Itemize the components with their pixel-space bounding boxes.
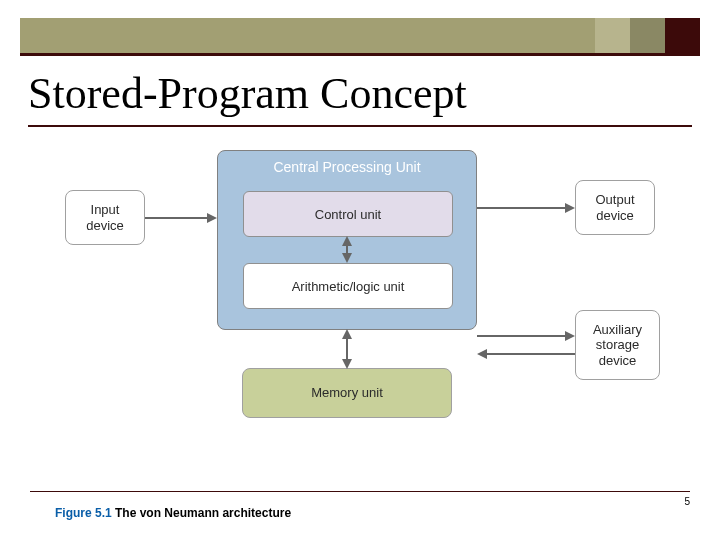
header-band: [20, 18, 700, 56]
arrow-line: [487, 353, 575, 355]
input-device-box: Inputdevice: [65, 190, 145, 245]
slide-title: Stored-Program Concept: [28, 68, 692, 127]
header-stripe: [20, 53, 700, 56]
header-squares: [595, 18, 700, 56]
arrow-head-icon: [565, 203, 575, 213]
memory-unit-box: Memory unit: [242, 368, 452, 418]
control-unit-box: Control unit: [243, 191, 453, 237]
figure-caption: Figure 5.1 The von Neumann architecture: [55, 506, 291, 520]
arrow-head-icon: [342, 359, 352, 369]
arrow-head-icon: [342, 329, 352, 339]
arrow-head-icon: [207, 213, 217, 223]
arrow-line: [477, 335, 565, 337]
figure-text: The von Neumann architecture: [115, 506, 291, 520]
arrow-line: [346, 338, 348, 360]
arrow-head-icon: [565, 331, 575, 341]
arrow-head-icon: [342, 253, 352, 263]
alu-box: Arithmetic/logic unit: [243, 263, 453, 309]
arrow-line: [477, 207, 565, 209]
footer-rule: [30, 491, 690, 492]
cpu-label: Central Processing Unit: [218, 159, 476, 175]
figure-number: Figure 5.1: [55, 506, 112, 520]
header-square: [595, 18, 630, 56]
arrow-line: [145, 217, 207, 219]
output-device-box: Outputdevice: [575, 180, 655, 235]
header-square: [630, 18, 665, 56]
architecture-diagram: Inputdevice Central Processing Unit Cont…: [30, 150, 690, 480]
header-square: [665, 18, 700, 56]
arrow-head-icon: [477, 349, 487, 359]
aux-storage-box: Auxiliarystoragedevice: [575, 310, 660, 380]
arrow-head-icon: [342, 236, 352, 246]
page-number: 5: [684, 496, 690, 507]
